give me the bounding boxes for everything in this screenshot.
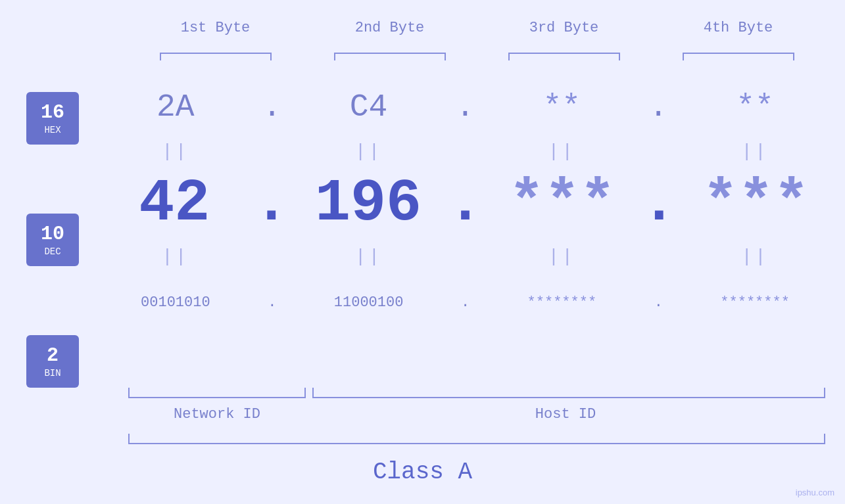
bin-num: 2 bbox=[47, 344, 59, 367]
sep1-c4: || bbox=[675, 141, 835, 162]
hex-b1-val: 2A bbox=[157, 89, 195, 125]
dec-b2-val: 196 bbox=[315, 170, 422, 237]
bracket-cell-1 bbox=[128, 53, 302, 60]
bin-b3-val: ******** bbox=[527, 294, 597, 311]
sep2-c3: || bbox=[482, 246, 642, 267]
dec-label: DEC bbox=[44, 246, 60, 257]
dec-num: 10 bbox=[41, 223, 64, 245]
hex-dot2: . bbox=[449, 89, 482, 125]
bracket-cell-4 bbox=[651, 53, 825, 60]
sep1-c2: || bbox=[289, 141, 449, 162]
bottom-brackets bbox=[128, 388, 825, 401]
class-a-label: Class A bbox=[0, 459, 845, 486]
network-id-label: Network ID bbox=[128, 406, 306, 423]
dec-b3: *** bbox=[483, 170, 642, 237]
dec-b4-val: *** bbox=[703, 170, 809, 237]
hex-row: 2A . C4 . ** . ** bbox=[95, 79, 835, 135]
byte2-header: 2nd Byte bbox=[302, 20, 477, 36]
hex-b2: C4 bbox=[289, 89, 449, 125]
byte-headers: 1st Byte 2nd Byte 3rd Byte 4th Byte bbox=[128, 20, 825, 36]
bin-label: BIN bbox=[44, 368, 60, 378]
hex-dot1: . bbox=[256, 89, 289, 125]
hex-num: 16 bbox=[41, 101, 64, 124]
bin-b2: 11000100 bbox=[289, 294, 449, 311]
watermark: ipshu.com bbox=[796, 488, 834, 497]
dec-b1: 42 bbox=[95, 170, 254, 237]
dec-b1-val: 42 bbox=[139, 170, 210, 237]
byte1-header: 1st Byte bbox=[128, 20, 302, 36]
hex-b2-val: C4 bbox=[350, 89, 388, 125]
dec-dot2: . bbox=[447, 170, 483, 237]
sep-row-1: || || || || bbox=[95, 135, 835, 168]
bracket-line-2 bbox=[334, 53, 446, 60]
bin-b2-val: 11000100 bbox=[334, 294, 404, 311]
host-id-label: Host ID bbox=[306, 406, 825, 423]
hex-b3: ** bbox=[482, 89, 642, 125]
bin-dot3: . bbox=[642, 294, 675, 311]
dec-row: 42 . 196 . *** . *** bbox=[95, 168, 835, 240]
base-labels: 16 HEX 10 DEC 2 BIN bbox=[26, 92, 79, 388]
dec-badge: 10 DEC bbox=[26, 214, 79, 266]
network-bracket bbox=[128, 388, 306, 398]
sep2-c4: || bbox=[675, 246, 835, 267]
sep2-c1: || bbox=[95, 246, 256, 267]
hex-b3-val: ** bbox=[543, 89, 581, 125]
hex-dot3: . bbox=[642, 89, 675, 125]
bin-row: 00101010 . 11000100 . ******** . *******… bbox=[95, 273, 835, 332]
dec-b4: *** bbox=[677, 170, 835, 237]
sep1-c3: || bbox=[482, 141, 642, 162]
bracket-line-4 bbox=[683, 53, 794, 60]
main-grid: 2A . C4 . ** . ** || || bbox=[95, 79, 835, 332]
sep1-c1: || bbox=[95, 141, 256, 162]
hex-b4: ** bbox=[675, 89, 835, 125]
bin-dot2: . bbox=[449, 294, 482, 311]
bracket-cell-2 bbox=[302, 53, 477, 60]
bracket-cell-3 bbox=[477, 53, 651, 60]
host-bracket bbox=[312, 388, 825, 398]
dec-dot1: . bbox=[254, 170, 289, 237]
bin-badge: 2 BIN bbox=[26, 335, 79, 388]
hex-label: HEX bbox=[44, 125, 60, 135]
dec-b2: 196 bbox=[289, 170, 448, 237]
byte4-header: 4th Byte bbox=[651, 20, 825, 36]
dec-b3-val: *** bbox=[509, 170, 616, 237]
top-brackets bbox=[128, 53, 825, 60]
bottom-big-bracket bbox=[128, 434, 825, 444]
sep2-c2: || bbox=[289, 246, 449, 267]
bin-b1-val: 00101010 bbox=[141, 294, 210, 311]
hex-b4-val: ** bbox=[736, 89, 774, 125]
byte3-header: 3rd Byte bbox=[477, 20, 651, 36]
bottom-labels: Network ID Host ID bbox=[128, 406, 825, 423]
bin-b3: ******** bbox=[482, 294, 642, 311]
bin-b1: 00101010 bbox=[95, 294, 256, 311]
bracket-line-1 bbox=[160, 53, 272, 60]
dec-dot3: . bbox=[641, 170, 677, 237]
hex-badge: 16 HEX bbox=[26, 92, 79, 145]
bin-b4: ******** bbox=[675, 294, 835, 311]
main-container: 1st Byte 2nd Byte 3rd Byte 4th Byte 16 H… bbox=[0, 0, 845, 504]
bin-dot1: . bbox=[256, 294, 289, 311]
sep-row-2: || || || || bbox=[95, 240, 835, 273]
bottom-section: Network ID Host ID bbox=[128, 388, 825, 423]
bracket-line-3 bbox=[508, 53, 620, 60]
bin-b4-val: ******** bbox=[720, 294, 790, 311]
hex-b1: 2A bbox=[95, 89, 256, 125]
